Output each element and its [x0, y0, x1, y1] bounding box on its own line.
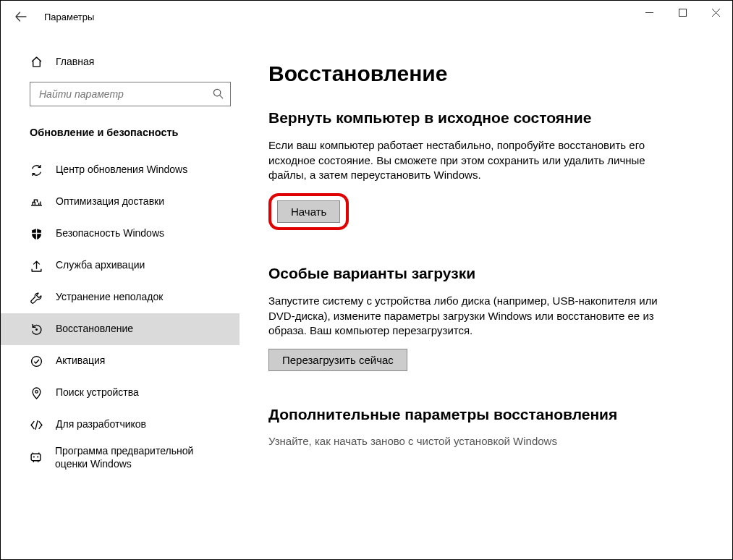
window-controls — [632, 1, 732, 25]
nav-item-windows-update[interactable]: Центр обновления Windows — [1, 154, 240, 186]
backup-icon — [30, 259, 43, 272]
nav-label: Программа предварительной оценки Windows — [55, 445, 222, 470]
nav-home-label: Главная — [56, 56, 94, 67]
nav-label: Оптимизация доставки — [56, 195, 164, 208]
maximize-button[interactable] — [666, 1, 699, 24]
nav-home[interactable]: Главная — [1, 47, 240, 76]
close-button[interactable] — [699, 1, 732, 24]
highlight-annotation: Начать — [268, 193, 349, 230]
svg-point-8 — [33, 456, 35, 457]
nav-label: Безопасность Windows — [56, 227, 164, 240]
section-advanced-startup: Особые варианты загрузки Запустите систе… — [268, 265, 674, 371]
restart-now-button[interactable]: Перезагрузить сейчас — [268, 349, 407, 371]
section-body: Если ваш компьютер работает нестабильно,… — [268, 138, 674, 183]
section-more-recovery: Дополнительные параметры восстановления … — [268, 406, 674, 447]
svg-rect-1 — [679, 9, 686, 16]
svg-rect-7 — [31, 454, 41, 461]
window-title: Параметры — [44, 12, 94, 22]
check-circle-icon — [30, 355, 43, 368]
back-button[interactable] — [14, 9, 28, 24]
sync-icon — [30, 164, 43, 177]
section-body: Запустите систему с устройства либо диск… — [268, 294, 674, 339]
fresh-start-link[interactable]: Узнайте, как начать заново с чистой уста… — [268, 435, 674, 447]
wrench-icon — [30, 291, 43, 304]
minimize-button[interactable] — [632, 1, 666, 24]
search-box[interactable] — [30, 82, 231, 106]
search-icon — [213, 88, 224, 100]
svg-point-9 — [37, 456, 38, 457]
nav-label: Служба архивации — [56, 259, 145, 272]
nav-label: Устранение неполадок — [56, 291, 163, 304]
nav-label: Восстановление — [56, 323, 133, 336]
nav-item-troubleshoot[interactable]: Устранение неполадок — [1, 281, 240, 313]
nav-item-activation[interactable]: Активация — [1, 345, 240, 377]
nav-list: Центр обновления Windows Оптимизация дос… — [1, 150, 240, 475]
code-icon — [30, 418, 43, 431]
nav-label: Активация — [56, 355, 105, 368]
recovery-icon — [30, 323, 43, 336]
nav-item-delivery-optimization[interactable]: Оптимизация доставки — [1, 186, 240, 218]
nav-label: Для разработчиков — [56, 418, 146, 431]
nav-item-windows-security[interactable]: Безопасность Windows — [1, 218, 240, 250]
nav-item-insider-program[interactable]: Программа предварительной оценки Windows — [1, 441, 240, 475]
shield-icon — [30, 227, 43, 240]
page-title: Восстановление — [268, 61, 703, 86]
sidebar-section-title: Обновление и безопасность — [1, 106, 240, 150]
delivery-icon — [30, 195, 43, 208]
nav-label: Поиск устройства — [56, 386, 139, 399]
location-icon — [30, 386, 43, 399]
nav-label: Центр обновления Windows — [56, 164, 187, 177]
insider-icon — [30, 451, 42, 464]
nav-item-for-developers[interactable]: Для разработчиков — [1, 409, 240, 441]
home-icon — [30, 55, 43, 68]
svg-point-5 — [31, 356, 41, 366]
nav-item-backup[interactable]: Служба архивации — [1, 250, 240, 281]
svg-line-3 — [220, 96, 223, 98]
section-heading: Дополнительные параметры восстановления — [268, 406, 674, 423]
nav-item-recovery[interactable]: Восстановление — [1, 313, 240, 345]
reset-start-button[interactable]: Начать — [277, 200, 340, 223]
svg-point-6 — [35, 390, 38, 393]
section-reset: Вернуть компьютер в исходное состояние Е… — [268, 109, 674, 230]
section-heading: Вернуть компьютер в исходное состояние — [268, 109, 674, 127]
main-content: Восстановление Вернуть компьютер в исход… — [240, 33, 732, 559]
title-bar: Параметры — [1, 1, 732, 33]
nav-item-find-device[interactable]: Поиск устройства — [1, 377, 240, 409]
sidebar: Главная Обновление и безопасность Центр … — [1, 33, 240, 559]
section-heading: Особые варианты загрузки — [268, 265, 674, 282]
svg-point-4 — [35, 328, 38, 331]
svg-point-2 — [213, 89, 220, 96]
search-input[interactable] — [38, 88, 213, 101]
